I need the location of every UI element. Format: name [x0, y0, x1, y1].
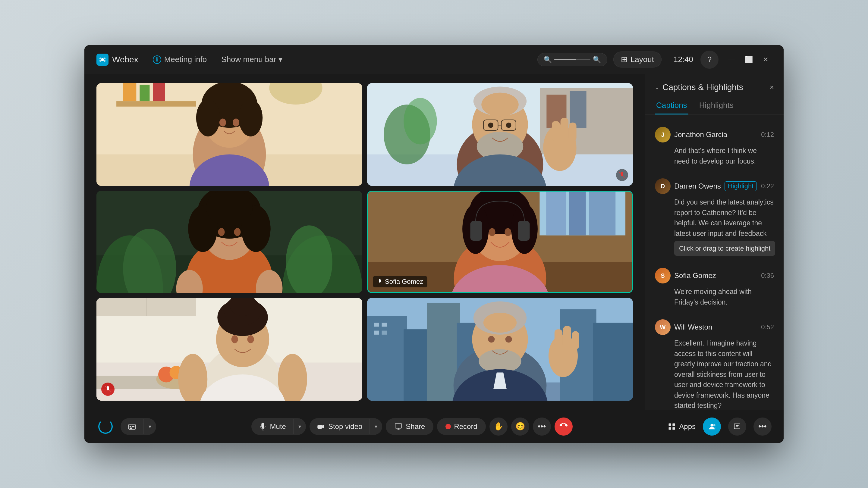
panel-title: ⌄ Captions & Highlights	[655, 83, 743, 92]
svg-rect-9	[116, 101, 196, 107]
toolbar-more-button[interactable]: •••	[753, 418, 772, 435]
layout-icon: ⊞	[621, 55, 627, 64]
tab-highlights[interactable]: Highlights	[698, 97, 735, 115]
mute-button-main[interactable]: Mute	[251, 418, 293, 435]
video-tile-1[interactable]	[96, 83, 362, 186]
avatar-jonathon: J	[655, 127, 671, 142]
svg-point-37	[506, 123, 512, 128]
caption-text-3: We're moving ahead with Friday's decisio…	[655, 287, 774, 307]
participant-name-sofia: Sofia Gomez	[385, 278, 423, 286]
svg-rect-129	[396, 423, 402, 428]
title-bar-left: Webex ℹ Meeting info Show menu bar ▾	[96, 53, 525, 67]
svg-rect-41	[561, 118, 568, 141]
reactions-button[interactable]: 😊	[511, 418, 529, 435]
caption-time-3: 0:36	[761, 272, 774, 280]
webex-logo: Webex	[96, 54, 138, 66]
svg-point-18	[219, 119, 226, 126]
panel-header: ⌄ Captions & Highlights ×	[645, 74, 784, 92]
svg-rect-72	[518, 221, 530, 241]
svg-point-114	[488, 336, 495, 343]
record-label: Record	[454, 422, 477, 431]
meeting-info-button[interactable]: ℹ Meeting info	[148, 53, 212, 67]
mute-label: Mute	[270, 422, 286, 431]
help-icon-button[interactable]: ?	[701, 51, 718, 69]
highlight-badge[interactable]: Highlight	[724, 181, 757, 191]
video-tile-6[interactable]	[367, 298, 633, 401]
chat-button[interactable]	[728, 418, 746, 435]
tab-captions[interactable]: Captions	[655, 97, 688, 115]
caption-text-4: Excellent. I imagine having access to th…	[655, 338, 774, 410]
video-tile-5[interactable]	[96, 298, 362, 401]
tab-captions-label: Captions	[656, 101, 687, 110]
meeting-info-label: Meeting info	[164, 55, 207, 64]
apps-button[interactable]: Apps	[668, 422, 695, 431]
svg-rect-128	[317, 425, 322, 429]
panel-tabs: Captions Highlights	[645, 92, 784, 115]
share-icon	[394, 422, 403, 431]
apps-icon	[668, 422, 676, 431]
end-call-button[interactable]	[555, 418, 572, 435]
stop-video-button-split[interactable]: Stop video ▾	[310, 418, 382, 435]
caption-item-1: J Jonathon Garcia 0:12 And that's where …	[645, 122, 784, 171]
svg-point-115	[505, 336, 512, 343]
video-grid: Sofia Gomez	[96, 83, 633, 401]
participants-button[interactable]	[703, 418, 721, 435]
layout-button[interactable]: ⊞ Layout	[613, 52, 661, 67]
svg-rect-64	[569, 192, 586, 235]
caption-item-2: D Darren Owens Highlight 0:22 Did you se…	[645, 173, 784, 261]
captions-dropdown-arrow[interactable]: ▾	[144, 419, 156, 434]
record-button[interactable]: Record	[437, 418, 486, 435]
share-button[interactable]: Share	[386, 418, 433, 435]
tab-highlights-label: Highlights	[699, 101, 734, 110]
stop-video-dropdown-arrow[interactable]: ▾	[370, 419, 382, 434]
share-label: Share	[406, 422, 425, 431]
mute-dropdown-arrow[interactable]: ▾	[293, 419, 306, 434]
toolbar-center: Mute ▾ Stop video ▾	[251, 418, 572, 435]
video-tile-2[interactable]	[367, 83, 633, 186]
close-button[interactable]: ✕	[760, 54, 772, 66]
main-content: Sofia Gomez	[84, 74, 784, 410]
layout-label: Layout	[630, 55, 654, 64]
caption-name-row-3: Sofia Gomez 0:36	[674, 271, 774, 280]
captions-button-split[interactable]: ▾	[121, 418, 156, 435]
loading-spinner	[98, 419, 113, 434]
caption-header-1: J Jonathon Garcia 0:12	[655, 127, 774, 142]
svg-point-31	[481, 93, 518, 116]
hand-raise-button[interactable]: ✋	[490, 418, 507, 435]
svg-rect-123	[130, 426, 131, 427]
svg-rect-63	[546, 192, 566, 235]
more-options-button[interactable]: •••	[533, 418, 551, 435]
zoom-out-icon[interactable]: 🔍	[544, 56, 552, 64]
video-grid-area: Sofia Gomez	[84, 74, 645, 410]
svg-point-57	[234, 228, 241, 236]
show-menu-bar-button[interactable]: Show menu bar ▾	[221, 55, 282, 64]
show-menu-bar-label: Show menu bar	[221, 55, 276, 64]
zoom-in-icon[interactable]: 🔍	[593, 56, 601, 64]
caption-header-3: S Sofia Gomez 0:36	[655, 268, 774, 284]
captions-icon	[128, 422, 136, 431]
captions-button-main[interactable]	[121, 418, 144, 435]
svg-rect-40	[552, 121, 560, 141]
svg-rect-124	[132, 426, 134, 427]
maximize-button[interactable]: ⬜	[743, 54, 755, 66]
svg-point-19	[233, 119, 239, 126]
panel-chevron-icon[interactable]: ⌄	[655, 84, 659, 91]
svg-rect-12	[153, 83, 165, 101]
svg-rect-10	[123, 83, 136, 101]
zoom-slider[interactable]	[554, 59, 590, 60]
title-bar-center: 🔍 🔍 ⊞ Layout	[537, 52, 661, 67]
panel-close-button[interactable]: ×	[770, 83, 774, 92]
svg-rect-100	[404, 330, 430, 401]
caption-name-row-1: Jonathon Garcia 0:12	[674, 130, 774, 139]
stop-video-button-main[interactable]: Stop video	[310, 418, 370, 435]
svg-rect-106	[382, 323, 387, 327]
caption-name-jonathon: Jonathon Garcia	[674, 130, 727, 139]
video-tile-3[interactable]	[96, 191, 362, 293]
mute-button-split[interactable]: Mute ▾	[251, 418, 306, 435]
video-tile-4-sofia[interactable]: Sofia Gomez	[367, 191, 633, 293]
right-panel: ⌄ Captions & Highlights × Captions Highl…	[645, 74, 784, 410]
minimize-button[interactable]: —	[726, 54, 738, 66]
apps-label: Apps	[679, 422, 695, 431]
svg-point-27	[404, 98, 437, 144]
chat-icon	[733, 422, 741, 431]
